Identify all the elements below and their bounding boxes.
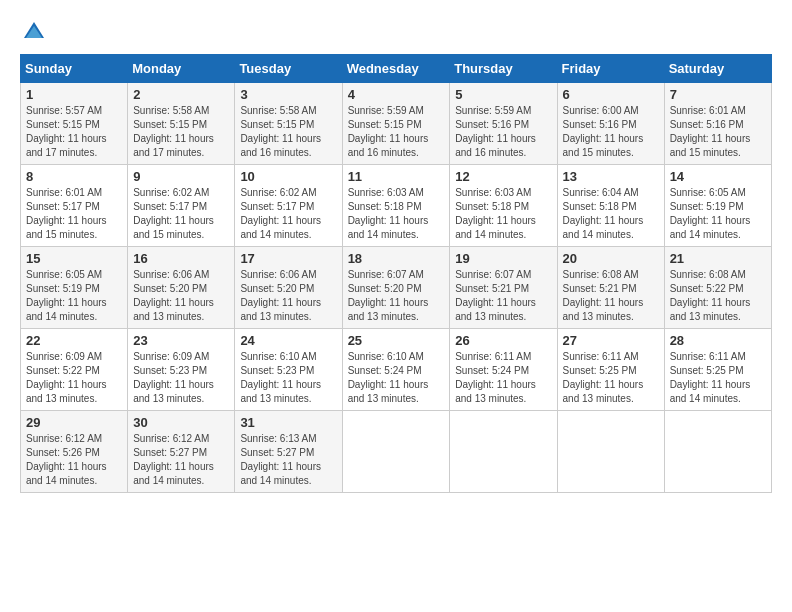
day-info: Sunrise: 6:13 AMSunset: 5:27 PMDaylight:…	[240, 432, 336, 488]
calendar-cell	[450, 411, 557, 493]
calendar-cell: 23Sunrise: 6:09 AMSunset: 5:23 PMDayligh…	[128, 329, 235, 411]
day-info: Sunrise: 6:00 AMSunset: 5:16 PMDaylight:…	[563, 104, 659, 160]
day-info: Sunrise: 5:59 AMSunset: 5:15 PMDaylight:…	[348, 104, 445, 160]
calendar-header-thursday: Thursday	[450, 55, 557, 83]
day-info: Sunrise: 6:08 AMSunset: 5:21 PMDaylight:…	[563, 268, 659, 324]
day-info: Sunrise: 6:01 AMSunset: 5:17 PMDaylight:…	[26, 186, 122, 242]
day-number: 14	[670, 169, 766, 184]
calendar-cell: 26Sunrise: 6:11 AMSunset: 5:24 PMDayligh…	[450, 329, 557, 411]
calendar-week-row: 22Sunrise: 6:09 AMSunset: 5:22 PMDayligh…	[21, 329, 772, 411]
calendar-cell: 17Sunrise: 6:06 AMSunset: 5:20 PMDayligh…	[235, 247, 342, 329]
day-number: 1	[26, 87, 122, 102]
calendar-cell: 1Sunrise: 5:57 AMSunset: 5:15 PMDaylight…	[21, 83, 128, 165]
calendar-cell	[557, 411, 664, 493]
day-number: 25	[348, 333, 445, 348]
day-number: 11	[348, 169, 445, 184]
day-number: 5	[455, 87, 551, 102]
calendar-cell: 21Sunrise: 6:08 AMSunset: 5:22 PMDayligh…	[664, 247, 771, 329]
calendar-cell: 3Sunrise: 5:58 AMSunset: 5:15 PMDaylight…	[235, 83, 342, 165]
calendar-cell	[342, 411, 450, 493]
day-info: Sunrise: 6:04 AMSunset: 5:18 PMDaylight:…	[563, 186, 659, 242]
calendar-cell: 19Sunrise: 6:07 AMSunset: 5:21 PMDayligh…	[450, 247, 557, 329]
day-number: 4	[348, 87, 445, 102]
calendar-cell: 11Sunrise: 6:03 AMSunset: 5:18 PMDayligh…	[342, 165, 450, 247]
calendar-week-row: 29Sunrise: 6:12 AMSunset: 5:26 PMDayligh…	[21, 411, 772, 493]
day-info: Sunrise: 6:02 AMSunset: 5:17 PMDaylight:…	[133, 186, 229, 242]
day-number: 18	[348, 251, 445, 266]
day-info: Sunrise: 6:12 AMSunset: 5:27 PMDaylight:…	[133, 432, 229, 488]
day-info: Sunrise: 6:12 AMSunset: 5:26 PMDaylight:…	[26, 432, 122, 488]
day-info: Sunrise: 6:08 AMSunset: 5:22 PMDaylight:…	[670, 268, 766, 324]
day-number: 30	[133, 415, 229, 430]
calendar-cell: 15Sunrise: 6:05 AMSunset: 5:19 PMDayligh…	[21, 247, 128, 329]
calendar-cell: 25Sunrise: 6:10 AMSunset: 5:24 PMDayligh…	[342, 329, 450, 411]
logo-icon	[22, 20, 46, 44]
day-number: 23	[133, 333, 229, 348]
day-info: Sunrise: 6:11 AMSunset: 5:25 PMDaylight:…	[563, 350, 659, 406]
day-info: Sunrise: 6:07 AMSunset: 5:21 PMDaylight:…	[455, 268, 551, 324]
calendar-cell: 6Sunrise: 6:00 AMSunset: 5:16 PMDaylight…	[557, 83, 664, 165]
calendar-cell: 2Sunrise: 5:58 AMSunset: 5:15 PMDaylight…	[128, 83, 235, 165]
day-number: 20	[563, 251, 659, 266]
day-number: 28	[670, 333, 766, 348]
calendar-cell: 27Sunrise: 6:11 AMSunset: 5:25 PMDayligh…	[557, 329, 664, 411]
calendar-table: SundayMondayTuesdayWednesdayThursdayFrid…	[20, 54, 772, 493]
day-info: Sunrise: 6:11 AMSunset: 5:25 PMDaylight:…	[670, 350, 766, 406]
calendar-cell: 12Sunrise: 6:03 AMSunset: 5:18 PMDayligh…	[450, 165, 557, 247]
calendar-week-row: 8Sunrise: 6:01 AMSunset: 5:17 PMDaylight…	[21, 165, 772, 247]
day-number: 31	[240, 415, 336, 430]
day-number: 17	[240, 251, 336, 266]
day-info: Sunrise: 5:57 AMSunset: 5:15 PMDaylight:…	[26, 104, 122, 160]
calendar-cell: 9Sunrise: 6:02 AMSunset: 5:17 PMDaylight…	[128, 165, 235, 247]
calendar-cell: 7Sunrise: 6:01 AMSunset: 5:16 PMDaylight…	[664, 83, 771, 165]
day-info: Sunrise: 5:59 AMSunset: 5:16 PMDaylight:…	[455, 104, 551, 160]
day-info: Sunrise: 6:10 AMSunset: 5:23 PMDaylight:…	[240, 350, 336, 406]
day-number: 6	[563, 87, 659, 102]
day-info: Sunrise: 6:06 AMSunset: 5:20 PMDaylight:…	[133, 268, 229, 324]
day-info: Sunrise: 6:02 AMSunset: 5:17 PMDaylight:…	[240, 186, 336, 242]
day-info: Sunrise: 5:58 AMSunset: 5:15 PMDaylight:…	[133, 104, 229, 160]
day-number: 15	[26, 251, 122, 266]
day-number: 2	[133, 87, 229, 102]
calendar-header-friday: Friday	[557, 55, 664, 83]
calendar-cell: 22Sunrise: 6:09 AMSunset: 5:22 PMDayligh…	[21, 329, 128, 411]
day-info: Sunrise: 6:10 AMSunset: 5:24 PMDaylight:…	[348, 350, 445, 406]
calendar-cell: 28Sunrise: 6:11 AMSunset: 5:25 PMDayligh…	[664, 329, 771, 411]
day-number: 19	[455, 251, 551, 266]
day-number: 9	[133, 169, 229, 184]
day-number: 8	[26, 169, 122, 184]
calendar-cell: 24Sunrise: 6:10 AMSunset: 5:23 PMDayligh…	[235, 329, 342, 411]
day-number: 29	[26, 415, 122, 430]
day-info: Sunrise: 6:11 AMSunset: 5:24 PMDaylight:…	[455, 350, 551, 406]
calendar-cell: 31Sunrise: 6:13 AMSunset: 5:27 PMDayligh…	[235, 411, 342, 493]
day-info: Sunrise: 6:05 AMSunset: 5:19 PMDaylight:…	[670, 186, 766, 242]
calendar-cell: 16Sunrise: 6:06 AMSunset: 5:20 PMDayligh…	[128, 247, 235, 329]
calendar-header-tuesday: Tuesday	[235, 55, 342, 83]
calendar-cell: 13Sunrise: 6:04 AMSunset: 5:18 PMDayligh…	[557, 165, 664, 247]
day-number: 7	[670, 87, 766, 102]
calendar-header-wednesday: Wednesday	[342, 55, 450, 83]
logo	[20, 20, 46, 44]
calendar-cell: 20Sunrise: 6:08 AMSunset: 5:21 PMDayligh…	[557, 247, 664, 329]
day-number: 27	[563, 333, 659, 348]
day-number: 12	[455, 169, 551, 184]
calendar-cell: 8Sunrise: 6:01 AMSunset: 5:17 PMDaylight…	[21, 165, 128, 247]
calendar-cell: 4Sunrise: 5:59 AMSunset: 5:15 PMDaylight…	[342, 83, 450, 165]
day-number: 24	[240, 333, 336, 348]
day-info: Sunrise: 6:06 AMSunset: 5:20 PMDaylight:…	[240, 268, 336, 324]
calendar-week-row: 1Sunrise: 5:57 AMSunset: 5:15 PMDaylight…	[21, 83, 772, 165]
day-info: Sunrise: 6:03 AMSunset: 5:18 PMDaylight:…	[348, 186, 445, 242]
day-number: 13	[563, 169, 659, 184]
day-info: Sunrise: 6:09 AMSunset: 5:22 PMDaylight:…	[26, 350, 122, 406]
day-info: Sunrise: 5:58 AMSunset: 5:15 PMDaylight:…	[240, 104, 336, 160]
day-number: 3	[240, 87, 336, 102]
calendar-cell: 14Sunrise: 6:05 AMSunset: 5:19 PMDayligh…	[664, 165, 771, 247]
day-info: Sunrise: 6:09 AMSunset: 5:23 PMDaylight:…	[133, 350, 229, 406]
day-info: Sunrise: 6:01 AMSunset: 5:16 PMDaylight:…	[670, 104, 766, 160]
calendar-cell: 30Sunrise: 6:12 AMSunset: 5:27 PMDayligh…	[128, 411, 235, 493]
day-number: 16	[133, 251, 229, 266]
day-number: 26	[455, 333, 551, 348]
calendar-week-row: 15Sunrise: 6:05 AMSunset: 5:19 PMDayligh…	[21, 247, 772, 329]
day-number: 21	[670, 251, 766, 266]
page-header	[20, 20, 772, 44]
